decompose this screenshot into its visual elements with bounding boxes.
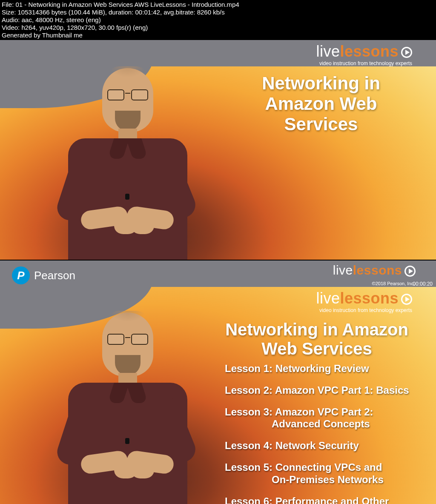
copyright-text: ©2018 Pearson, Inc. [372,281,415,286]
brand-tagline: video instruction from technology expert… [316,307,412,313]
lesson-item: Lesson 5: Connecting VPCs andOn-Premises… [223,461,419,486]
pearson-logo: P Pearson [12,266,75,284]
presenter-photo [26,55,196,260]
thumbnail-frame-1: livelessons video instruction from techn… [0,40,436,260]
lesson-item: Lesson 3: Amazon VPC Part 2:Advanced Con… [223,406,419,431]
size-line: Size: 105314366 bytes (100.44 MiB), dura… [2,9,434,16]
play-icon [401,47,412,58]
lesson-item: Lesson 1: Networking Review [223,363,419,375]
lesson-list: Lesson 1: Networking Review Lesson 2: Am… [223,363,419,504]
thumbnail-frame-2: P Pearson livelessons ©2018 Pearson, Inc… [0,261,436,504]
file-line: File: 01 - Networking in Amazon Web Serv… [2,1,434,9]
pearson-text: Pearson [34,269,75,282]
play-icon [401,294,412,305]
course-title: Networking in Amazon Web Services [223,320,410,358]
presenter-photo [26,300,196,504]
timestamp: 00:00:20 [413,281,433,287]
livelessons-brand-small: livelessons [333,263,416,278]
play-icon [404,266,416,277]
file-info: File: 01 - Networking in Amazon Web Serv… [0,0,436,40]
generated-line: Generated by Thumbnail me [2,32,434,39]
livelessons-brand: livelessons video instruction from techn… [316,43,412,66]
video-line: Video: h264, yuv420p, 1280x720, 30.00 fp… [2,24,434,32]
lesson-item: Lesson 6: Performance and Other Notes [223,495,419,504]
brand-tagline: video instruction from technology expert… [316,60,412,66]
course-title: Networking in Amazon Web Services [232,73,410,135]
livelessons-brand: livelessons video instruction from techn… [316,289,412,313]
pearson-icon: P [12,266,30,284]
lesson-item: Lesson 4: Network Security [223,440,419,452]
lesson-item: Lesson 2: Amazon VPC Part 1: Basics [223,384,419,397]
audio-line: Audio: aac, 48000 Hz, stereo (eng) [2,16,434,24]
